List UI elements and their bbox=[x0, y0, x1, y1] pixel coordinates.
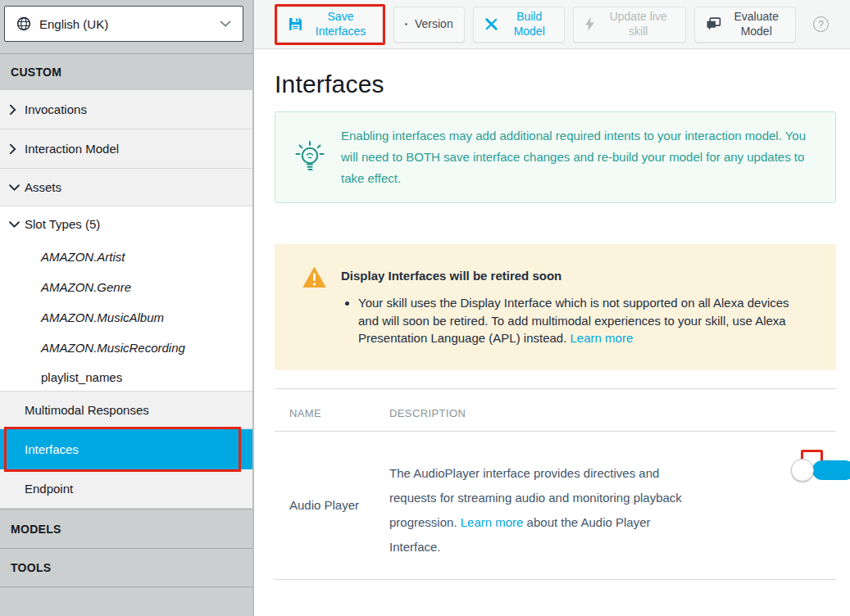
interfaces-table-header: NAME DESCRIPTION bbox=[275, 389, 836, 432]
sidebar-item-label: Multimodal Responses bbox=[25, 403, 149, 417]
sidebar-item-label: Interfaces bbox=[25, 442, 79, 456]
toolbar: Save Interfaces Version Build Model Upda… bbox=[254, 0, 850, 49]
warning-title: Display Interfaces will be retired soon bbox=[341, 269, 807, 283]
version-icon bbox=[405, 23, 407, 25]
sidebar-item-endpoint[interactable]: Endpoint bbox=[0, 469, 252, 509]
update-live-skill-button[interactable]: Update live skill bbox=[573, 7, 686, 43]
sidebar-item-amazon-genre[interactable]: AMAZON.Genre bbox=[0, 272, 252, 302]
info-banner: Enabling interfaces may add additional r… bbox=[275, 111, 836, 203]
page-title: Interfaces bbox=[275, 70, 836, 98]
language-label: English (UK) bbox=[39, 17, 108, 31]
info-banner-text: Enabling interfaces may add additional r… bbox=[341, 125, 815, 189]
annotation-box-toggle bbox=[801, 450, 823, 471]
interfaces-page: Interfaces Enabling interfaces may add a… bbox=[254, 70, 850, 580]
save-button-label: Save Interfaces bbox=[310, 10, 371, 38]
sidebar-item-label: Interaction Model bbox=[25, 142, 119, 156]
toggle-knob bbox=[791, 459, 814, 482]
sidebar-item-interfaces[interactable]: Interfaces bbox=[0, 429, 252, 469]
slot-type-label: playlist_names bbox=[41, 370, 122, 384]
build-model-button[interactable]: Build Model bbox=[473, 7, 565, 43]
slot-type-label: AMAZON.Artist bbox=[41, 250, 125, 264]
build-tools-icon bbox=[484, 17, 498, 31]
lightning-icon bbox=[584, 17, 595, 31]
toggle-track bbox=[812, 460, 850, 480]
sidebar-item-interaction-model[interactable]: Interaction Model bbox=[0, 129, 252, 169]
sidebar-item-amazon-musicalbum[interactable]: AMAZON.MusicAlbum bbox=[0, 302, 252, 333]
annotation-box-save: Save Interfaces bbox=[275, 4, 385, 45]
sidebar-section-tools[interactable]: TOOLS bbox=[0, 548, 252, 587]
language-area: English (UK) bbox=[0, 0, 252, 53]
update-button-label: Update live skill bbox=[602, 10, 675, 38]
version-button[interactable]: Version bbox=[393, 7, 465, 43]
sidebar-item-slot-types[interactable]: Slot Types (5) bbox=[0, 206, 252, 242]
sidebar-item-multimodal-responses[interactable]: Multimodal Responses bbox=[0, 391, 252, 429]
audio-player-learn-more-link[interactable]: Learn more bbox=[461, 515, 524, 529]
sidebar-section-models[interactable]: MODELS bbox=[0, 509, 252, 548]
sidebar-item-label: Slot Types (5) bbox=[25, 217, 100, 231]
alexa-developer-console: English (UK) CUSTOM Invocations Interact… bbox=[0, 0, 850, 616]
column-header-description: DESCRIPTION bbox=[389, 407, 466, 419]
warning-banner: Display Interfaces will be retired soon … bbox=[275, 244, 836, 370]
globe-icon bbox=[16, 16, 31, 31]
sidebar-item-invocations[interactable]: Invocations bbox=[0, 90, 252, 129]
custom-header-label: CUSTOM bbox=[11, 66, 61, 79]
save-interfaces-button[interactable]: Save Interfaces bbox=[277, 7, 383, 43]
warning-content: Display Interfaces will be retired soon … bbox=[341, 265, 807, 347]
save-icon bbox=[289, 17, 302, 31]
tools-header-label: TOOLS bbox=[11, 561, 51, 574]
slot-type-label: AMAZON.MusicAlbum bbox=[41, 310, 164, 324]
sidebar-item-amazon-artist[interactable]: AMAZON.Artist bbox=[0, 242, 252, 272]
main-panel: Save Interfaces Version Build Model Upda… bbox=[254, 0, 850, 616]
slot-type-label: AMAZON.Genre bbox=[41, 280, 131, 294]
sidebar-section-custom: CUSTOM bbox=[0, 53, 252, 90]
table-row-audio-player: Audio Player The AudioPlayer interface p… bbox=[275, 432, 836, 580]
evaluate-model-button[interactable]: Evaluate Model bbox=[694, 7, 796, 43]
build-button-label: Build Model bbox=[506, 10, 553, 38]
chevron-right-icon bbox=[9, 104, 16, 115]
sidebar-item-label: Endpoint bbox=[25, 482, 73, 496]
toggle-cell bbox=[801, 432, 823, 579]
sidebar-item-amazon-musicrecording[interactable]: AMAZON.MusicRecording bbox=[0, 333, 252, 363]
chat-bubbles-icon bbox=[706, 17, 721, 31]
models-header-label: MODELS bbox=[11, 523, 61, 536]
chevron-down-icon bbox=[9, 220, 20, 228]
warning-list: Your skill uses the Display Interface wh… bbox=[345, 294, 807, 347]
version-button-label: Version bbox=[415, 17, 453, 32]
warning-list-item: Your skill uses the Display Interface wh… bbox=[358, 294, 807, 347]
sidebar-item-label: Assets bbox=[25, 180, 61, 194]
warning-learn-more-link[interactable]: Learn more bbox=[570, 331, 634, 345]
slot-type-label: AMAZON.MusicRecording bbox=[41, 341, 185, 355]
sidebar: English (UK) CUSTOM Invocations Interact… bbox=[0, 0, 254, 616]
sidebar-item-assets[interactable]: Assets bbox=[0, 169, 252, 206]
evaluate-button-label: Evaluate Model bbox=[729, 10, 784, 38]
warning-triangle-icon bbox=[302, 265, 327, 289]
lightbulb-icon bbox=[293, 140, 326, 174]
chevron-right-icon bbox=[9, 143, 16, 154]
column-header-name: NAME bbox=[289, 407, 389, 419]
sidebar-item-playlist-names[interactable]: playlist_names bbox=[0, 363, 252, 391]
sidebar-item-label: Invocations bbox=[25, 102, 87, 116]
language-selector[interactable]: English (UK) bbox=[4, 6, 243, 42]
help-icon[interactable]: ? bbox=[813, 16, 829, 32]
interface-description: The AudioPlayer interface provides direc… bbox=[389, 432, 694, 579]
chevron-down-icon bbox=[9, 183, 20, 191]
interface-name: Audio Player bbox=[289, 498, 389, 512]
chevron-down-icon bbox=[220, 20, 231, 27]
